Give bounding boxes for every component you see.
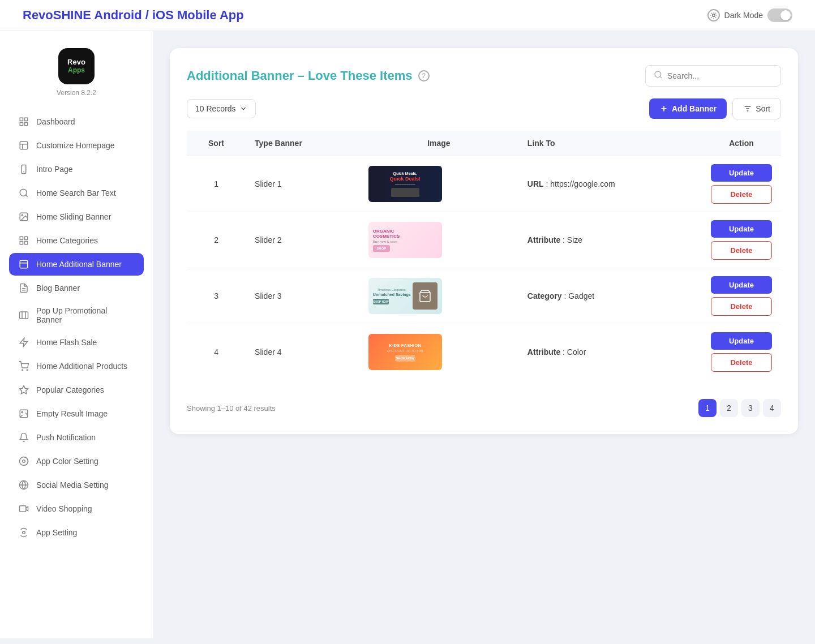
sidebar-logo: Revo Apps (58, 48, 95, 84)
dark-mode-toggle[interactable]: Dark Mode (707, 8, 792, 22)
blog-icon (18, 282, 29, 294)
card-title: Additional Banner – Love These Items (187, 68, 413, 83)
sidebar-label-dashboard: Dashboard (36, 117, 75, 126)
sidebar-item-home-search-bar[interactable]: Home Search Bar Text (9, 182, 144, 204)
sidebar-label-categories: Home Categories (36, 236, 98, 245)
phone-icon (18, 164, 29, 175)
search-icon (654, 70, 663, 81)
sidebar-item-home-categories[interactable]: Home Categories (9, 229, 144, 252)
banner-icon (18, 259, 29, 270)
svg-point-26 (23, 460, 25, 463)
row3-image: Timeless Elegance, Unmatched Savings SHO… (359, 268, 518, 324)
svg-rect-5 (20, 141, 28, 149)
sidebar-item-video-shopping[interactable]: Video Shopping (9, 497, 144, 520)
sidebar-item-popup-promotional[interactable]: Pop Up Promotional Banner (9, 300, 144, 330)
table-row: 1 Slider 1 Quick Meals, Quick Deals! ━━━… (187, 156, 781, 212)
video-icon (18, 503, 29, 514)
row3-update-button[interactable]: Update (711, 276, 772, 294)
row1-delete-button[interactable]: Delete (711, 185, 772, 204)
row4-delete-button[interactable]: Delete (711, 353, 772, 372)
svg-rect-1 (20, 118, 23, 121)
app-title: RevoSHINE Android / iOS Mobile App (23, 8, 244, 23)
sidebar-item-app-setting[interactable]: App Setting (9, 521, 144, 544)
sidebar-item-dashboard[interactable]: Dashboard (9, 110, 144, 133)
svg-point-31 (23, 531, 25, 534)
sidebar-item-blog-banner[interactable]: Blog Banner (9, 277, 144, 299)
table-header-row: Sort Type Banner Image Link To Action (187, 131, 781, 156)
sidebar-item-home-sliding-banner[interactable]: Home Sliding Banner (9, 205, 144, 228)
svg-marker-20 (20, 386, 28, 394)
row1-link: URL : https://google.com (518, 156, 702, 212)
add-banner-button[interactable]: Add Banner (649, 98, 727, 119)
search-input[interactable] (667, 71, 773, 80)
row1-update-button[interactable]: Update (711, 164, 772, 182)
svg-rect-13 (25, 242, 28, 244)
sidebar-item-home-additional-banner[interactable]: Home Additional Banner (9, 253, 144, 276)
row2-update-button[interactable]: Update (711, 220, 772, 238)
sidebar-item-intro-page[interactable]: Intro Page (9, 158, 144, 181)
records-label: 10 Records (195, 104, 236, 113)
sort-button[interactable]: Sort (732, 98, 781, 119)
toolbar: 10 Records Add Banner Sort (187, 98, 781, 119)
palette-icon (18, 456, 29, 467)
customize-icon (18, 140, 29, 151)
svg-point-9 (22, 214, 23, 216)
col-action: Action (702, 131, 781, 156)
card-title-wrap: Additional Banner – Love These Items ? (187, 68, 430, 83)
empty-icon (18, 408, 29, 419)
sidebar-item-home-flash-sale[interactable]: Home Flash Sale (9, 331, 144, 354)
row2-action: Update Delete (702, 212, 781, 268)
page-2-button[interactable]: 2 (720, 399, 738, 417)
sidebar: Revo Apps Version 8.2.2 Dashboard Custom… (0, 31, 153, 638)
records-dropdown[interactable]: 10 Records (187, 99, 256, 118)
svg-rect-12 (20, 242, 23, 244)
row4-update-button[interactable]: Update (711, 332, 772, 350)
row3-sort: 3 (187, 268, 246, 324)
dark-mode-switch[interactable] (767, 8, 792, 22)
pagination: Showing 1–10 of 42 results 1 2 3 4 (187, 393, 781, 417)
banner-image-4: KIDS FASHION DISCOUNT UP TO 50% SHOP NOW (368, 334, 442, 370)
help-icon[interactable]: ? (418, 70, 430, 81)
search-box (645, 65, 781, 87)
sidebar-item-customize-homepage[interactable]: Customize Homepage (9, 134, 144, 157)
row1-image: Quick Meals, Quick Deals! ━━━━━━━━━ (359, 156, 518, 212)
content-card: Additional Banner – Love These Items ? 1… (170, 48, 798, 434)
sidebar-item-social-media[interactable]: Social Media Setting (9, 474, 144, 496)
popular-icon (18, 384, 29, 396)
data-table: Sort Type Banner Image Link To Action 1 … (187, 131, 781, 380)
sidebar-item-home-additional-products[interactable]: Home Additional Products (9, 355, 144, 377)
row2-image: ORGANIC COSMETICS Buy now & save SHOP (359, 212, 518, 268)
main-content: Additional Banner – Love These Items ? 1… (153, 31, 815, 638)
svg-point-22 (22, 411, 23, 413)
page-4-button[interactable]: 4 (763, 399, 781, 417)
sidebar-nav: Dashboard Customize Homepage Intro Page (0, 110, 153, 545)
row4-sort: 4 (187, 324, 246, 380)
sidebar-item-empty-result[interactable]: Empty Result Image (9, 402, 144, 425)
row2-delete-button[interactable]: Delete (711, 241, 772, 260)
sidebar-label-additional-products: Home Additional Products (36, 362, 127, 371)
row3-delete-button[interactable]: Delete (711, 297, 772, 316)
row4-image: KIDS FASHION DISCOUNT UP TO 50% SHOP NOW (359, 324, 518, 380)
row1-type: Slider 1 (246, 156, 359, 212)
col-type-banner: Type Banner (246, 131, 359, 156)
page-3-button[interactable]: 3 (741, 399, 760, 417)
svg-rect-10 (20, 237, 23, 239)
sidebar-label-intro: Intro Page (36, 165, 73, 174)
table-row: 3 Slider 3 Timeless Elegance, Unmatched … (187, 268, 781, 324)
sidebar-item-popular-categories[interactable]: Popular Categories (9, 379, 144, 401)
sidebar-label-blog: Blog Banner (36, 284, 80, 293)
image-icon (18, 211, 29, 222)
flash-icon (18, 337, 29, 348)
sidebar-label-video: Video Shopping (36, 504, 92, 513)
sidebar-item-push-notification[interactable]: Push Notification (9, 426, 144, 449)
logo-apps: Apps (68, 67, 85, 74)
row3-type: Slider 3 (246, 268, 359, 324)
sidebar-label-sliding-banner: Home Sliding Banner (36, 212, 111, 221)
col-link-to: Link To (518, 131, 702, 156)
sidebar-item-app-color[interactable]: App Color Setting (9, 450, 144, 473)
svg-marker-30 (26, 506, 28, 511)
cart-icon (18, 360, 29, 372)
svg-rect-3 (20, 123, 23, 126)
main-layout: Revo Apps Version 8.2.2 Dashboard Custom… (0, 31, 815, 638)
page-1-button[interactable]: 1 (698, 399, 717, 417)
